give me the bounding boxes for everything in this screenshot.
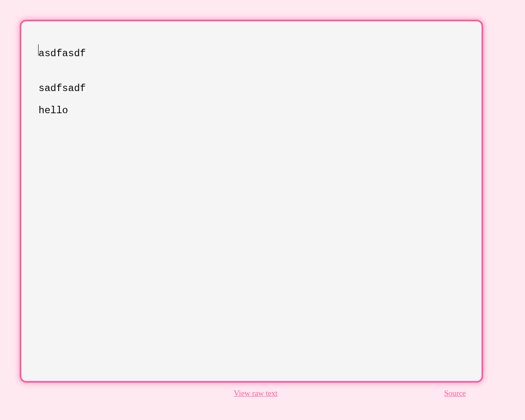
text-cursor [38, 44, 39, 56]
content-panel: asdfasdfsadfsadfhello [20, 20, 483, 383]
content-text[interactable]: asdfasdfsadfsadfhello [39, 36, 464, 117]
view-raw-text-link[interactable]: View raw text [234, 389, 278, 398]
content-line-2: sadfsadf [39, 83, 464, 95]
footer-links: View raw text Source [0, 386, 525, 402]
content-line-3: hello [39, 105, 464, 117]
source-link[interactable]: Source [444, 389, 466, 398]
content-line-1: asdfasdf [39, 48, 464, 60]
